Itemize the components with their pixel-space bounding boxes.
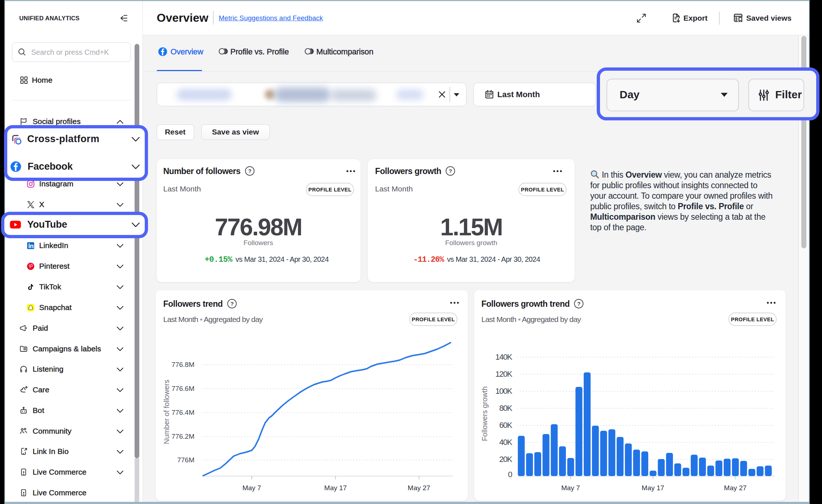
svg-text:?: ? <box>577 301 580 307</box>
svg-text:?: ? <box>449 168 452 174</box>
svg-text:?: ? <box>248 168 251 174</box>
svg-text:?: ? <box>230 301 234 307</box>
